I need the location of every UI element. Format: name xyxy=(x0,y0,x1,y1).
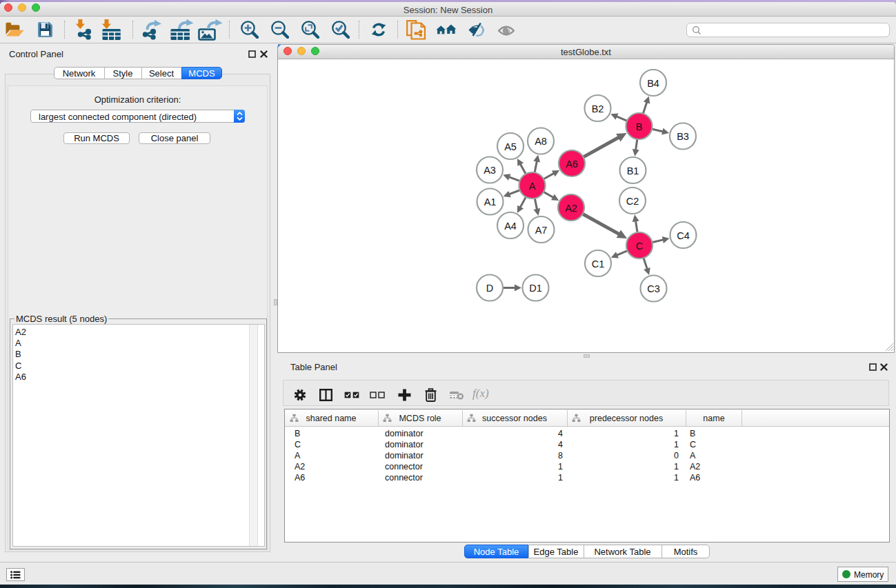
svg-text:A5: A5 xyxy=(504,141,517,152)
svg-text:A1: A1 xyxy=(484,196,497,207)
svg-text:C3: C3 xyxy=(647,283,660,294)
svg-text:B4: B4 xyxy=(647,78,659,89)
svg-text:A7: A7 xyxy=(535,225,548,236)
svg-text:B1: B1 xyxy=(627,165,639,176)
svg-text:A2: A2 xyxy=(565,203,577,214)
svg-text:C2: C2 xyxy=(626,196,639,207)
svg-text:B2: B2 xyxy=(592,103,604,114)
svg-text:A6: A6 xyxy=(566,159,578,170)
svg-text:C1: C1 xyxy=(592,258,605,270)
svg-text:C4: C4 xyxy=(677,230,690,241)
svg-text:B: B xyxy=(636,121,643,132)
svg-text:A: A xyxy=(529,181,536,192)
svg-text:C: C xyxy=(636,241,643,252)
svg-text:D1: D1 xyxy=(529,283,542,294)
svg-text:A3: A3 xyxy=(484,165,496,176)
svg-text:B3: B3 xyxy=(677,131,689,142)
svg-text:A4: A4 xyxy=(504,221,517,232)
svg-text:D: D xyxy=(486,283,493,294)
svg-text:A8: A8 xyxy=(535,136,547,147)
